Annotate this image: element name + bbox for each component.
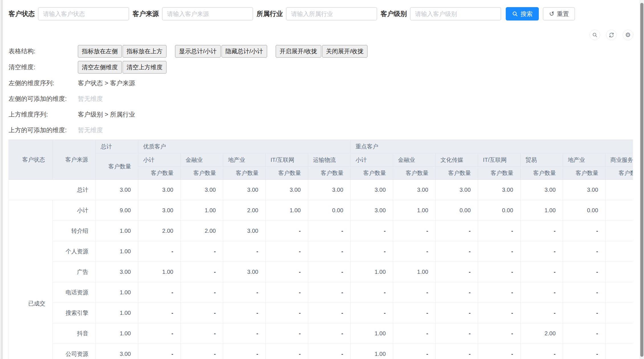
header-metric-1-2: 客户数量 xyxy=(436,167,478,180)
filter-label-status: 客户状态 xyxy=(9,9,35,18)
toolbar-settings-button[interactable]: ⚙ xyxy=(623,30,633,40)
top-addable-dims-label: 上方的可添加的维度: xyxy=(9,126,78,134)
value-cell: - xyxy=(223,241,266,262)
header-col-0-4: 运输物流 xyxy=(308,153,351,167)
row-label-total: 总计 xyxy=(9,180,96,200)
value-cell: - xyxy=(563,282,606,303)
toolbar-refresh-button[interactable] xyxy=(606,30,617,40)
header-metric-1-3: 客户数量 xyxy=(478,167,521,180)
header-group-1: 重点客户 xyxy=(351,140,633,153)
show-totals-button[interactable]: 显示总计/小计 xyxy=(175,45,221,58)
value-cell: 1.00 xyxy=(266,200,308,221)
header-col-1-3: IT/互联网 xyxy=(478,153,521,167)
value-cell: - xyxy=(181,241,223,262)
value-cell: 3.00 xyxy=(223,221,266,241)
value-cell xyxy=(606,262,633,282)
value-cell: - xyxy=(181,303,223,323)
left-panel-edge xyxy=(1,0,3,359)
value-cell: - xyxy=(521,221,563,241)
value-cell: 3.00 xyxy=(308,180,351,200)
search-icon xyxy=(592,32,598,38)
metrics-top-button[interactable]: 指标放在上方 xyxy=(123,45,166,58)
search-button-label: 搜索 xyxy=(521,10,533,18)
header-metric-0-3: 客户数量 xyxy=(266,167,308,180)
header-col-1-0: 小计 xyxy=(351,153,393,167)
table-row: 广告3.001.00-3.00--1.001.00---- xyxy=(9,262,633,282)
header-col-0-1: 金融业 xyxy=(181,153,223,167)
value-cell: - xyxy=(393,323,436,344)
header-dim-0: 客户状态 xyxy=(9,140,53,180)
filter-label-industry: 所属行业 xyxy=(257,9,283,18)
header-metric-1-5: 客户数量 xyxy=(563,167,606,180)
value-cell: 3.00 xyxy=(223,262,266,282)
left-dim-sequence-row: 左侧的维度序列: 客户状态 > 客户来源 xyxy=(9,75,376,91)
value-cell: - xyxy=(308,344,351,359)
enable-expand-button[interactable]: 开启展开/收拢 xyxy=(276,45,321,58)
value-cell: 1.00 xyxy=(181,200,223,221)
value-cell: - xyxy=(393,282,436,303)
value-cell: - xyxy=(521,303,563,323)
row-label: 广告 xyxy=(53,262,96,282)
value-cell: 3.00 xyxy=(563,180,606,200)
table-row: 搜索引擎1.00----------- xyxy=(9,303,633,323)
value-cell: 3.00 xyxy=(223,180,266,200)
value-cell: - xyxy=(181,323,223,344)
filter-input-industry[interactable] xyxy=(286,7,377,21)
value-cell: 2.00 xyxy=(521,323,563,344)
value-cell: - xyxy=(521,262,563,282)
value-cell: 3.00 xyxy=(436,180,478,200)
header-col-1-5: 地产业 xyxy=(563,153,606,167)
value-cell: 1.00 xyxy=(96,221,138,241)
value-cell: 1.00 xyxy=(96,282,138,303)
metrics-left-button[interactable]: 指标放在左侧 xyxy=(78,45,122,58)
value-cell: 1.00 xyxy=(351,262,393,282)
value-cell: - xyxy=(563,221,606,241)
value-cell: 9.00 xyxy=(96,200,138,221)
search-icon xyxy=(512,11,518,17)
value-cell: - xyxy=(436,282,478,303)
value-cell: - xyxy=(266,262,308,282)
value-cell xyxy=(606,180,633,200)
value-cell: 1.00 xyxy=(351,344,393,359)
hide-totals-button[interactable]: 隐藏总计/小计 xyxy=(222,45,267,58)
table-row: 转介绍1.002.002.003.00-------- xyxy=(9,221,633,241)
value-cell: 2.00 xyxy=(181,221,223,241)
toolbar-search-button[interactable] xyxy=(590,30,600,40)
clear-dims-row: 清空维度: 清空左侧维度 清空上方维度 xyxy=(9,59,376,75)
value-cell: - xyxy=(563,344,606,359)
header-metric-1-6: 客户数量 xyxy=(606,167,633,180)
value-cell: - xyxy=(521,344,563,359)
disable-expand-button[interactable]: 关闭展开/收拢 xyxy=(322,45,368,58)
header-col-0-0: 小计 xyxy=(138,153,181,167)
value-cell: 3.00 xyxy=(138,200,181,221)
table-row: 公司资源3.00-----1.00----- xyxy=(9,344,633,359)
value-cell: - xyxy=(181,262,223,282)
reset-button[interactable]: ↺ 重置 xyxy=(543,7,575,21)
value-cell: - xyxy=(308,262,351,282)
filter-input-status[interactable] xyxy=(38,7,129,21)
search-button[interactable]: 搜索 xyxy=(506,7,539,21)
clear-top-dims-button[interactable]: 清空上方维度 xyxy=(123,61,166,74)
structure-row: 表格结构: 指标放在左侧 指标放在上方 显示总计/小计 隐藏总计/小计 开启展开… xyxy=(9,43,376,59)
value-cell: - xyxy=(138,282,181,303)
value-cell: 2.00 xyxy=(223,200,266,221)
structure-label: 表格结构: xyxy=(9,47,78,56)
scrollbar-thumb[interactable] xyxy=(640,3,643,357)
row-label: 抖音 xyxy=(53,323,96,344)
value-cell: 3.00 xyxy=(393,180,436,200)
filter-input-source[interactable] xyxy=(162,7,253,21)
clear-left-dims-button[interactable]: 清空左侧维度 xyxy=(78,61,122,74)
value-cell: - xyxy=(478,323,521,344)
value-cell: - xyxy=(266,303,308,323)
header-metric-0-4: 客户数量 xyxy=(308,167,351,180)
filter-input-level[interactable] xyxy=(410,7,501,21)
value-cell: - xyxy=(138,323,181,344)
value-cell: 3.00 xyxy=(351,180,393,200)
value-cell: - xyxy=(478,344,521,359)
row-label: 转介绍 xyxy=(53,221,96,241)
value-cell: - xyxy=(266,344,308,359)
value-cell: 0.00 xyxy=(436,200,478,221)
value-cell xyxy=(606,323,633,344)
header-metric-0-2: 客户数量 xyxy=(223,167,266,180)
reset-button-label: 重置 xyxy=(557,10,569,18)
